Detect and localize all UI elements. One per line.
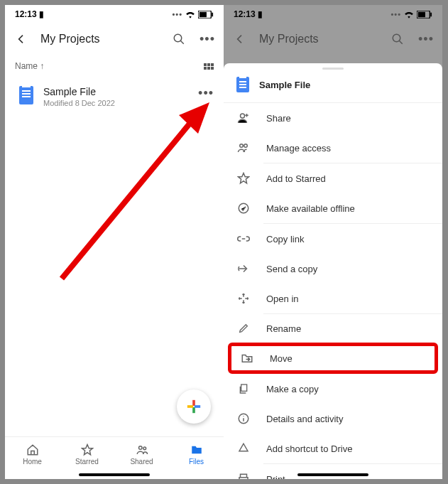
drive-shortcut-icon xyxy=(237,442,250,455)
menu-offline[interactable]: Make available offline xyxy=(224,193,442,223)
file-name: Sample File xyxy=(43,86,188,97)
nav-shared[interactable]: Shared xyxy=(114,437,169,472)
screenshot-right: 12:13 ▮ ••• My Projects ••• Sample File xyxy=(224,5,442,479)
home-indicator xyxy=(297,473,368,476)
file-meta: Modified 8 Dec 2022 xyxy=(43,99,188,107)
svg-point-17 xyxy=(240,144,244,148)
menu-send-copy[interactable]: Send a copy xyxy=(224,254,442,284)
svg-point-3 xyxy=(174,34,182,42)
search-icon xyxy=(173,33,185,45)
search-button[interactable] xyxy=(170,30,188,48)
menu-label: Details and activity xyxy=(266,414,343,424)
home-indicator xyxy=(79,473,150,476)
svg-line-4 xyxy=(62,115,197,279)
status-bar: 12:13 ▮ ••• xyxy=(224,5,442,23)
menu-label: Share xyxy=(266,113,291,124)
search-button xyxy=(388,30,407,48)
cell-dots-icon: ••• xyxy=(390,10,401,18)
menu-details[interactable]: Details and activity xyxy=(224,404,442,434)
sheet-header: Sample File xyxy=(224,70,442,103)
sort-label[interactable]: Name ↑ xyxy=(15,61,44,71)
nav-home-label: Home xyxy=(23,458,42,466)
grid-view-button[interactable] xyxy=(204,63,214,70)
menu-rename[interactable]: Rename xyxy=(224,314,442,343)
menu-label: Rename xyxy=(266,323,301,334)
folder-icon xyxy=(190,443,203,456)
bottom-sheet: Sample File Share Manage access Add to S… xyxy=(224,63,442,479)
svg-point-11 xyxy=(143,447,146,450)
pencil-icon xyxy=(238,323,249,334)
menu-print[interactable]: Print xyxy=(224,464,442,479)
nav-shared-label: Shared xyxy=(130,458,153,466)
folder-title: My Projects xyxy=(259,33,378,45)
fab-new[interactable] xyxy=(177,389,211,424)
svg-rect-6 xyxy=(192,400,195,406)
file-more-button[interactable]: ••• xyxy=(198,86,214,101)
menu-label: Send a copy xyxy=(266,264,317,274)
folder-title: My Projects xyxy=(40,33,160,45)
menu-manage-access[interactable]: Manage access xyxy=(224,133,442,163)
app-header: My Projects ••• xyxy=(5,23,224,55)
back-button[interactable] xyxy=(12,30,31,48)
menu-label: Open in xyxy=(266,294,299,304)
print-icon xyxy=(237,473,250,479)
bottom-nav: Home Starred Shared Files xyxy=(5,436,224,472)
menu-label: Print xyxy=(266,474,285,480)
cell-dots-icon: ••• xyxy=(172,10,182,18)
sheet-title: Sample File xyxy=(259,80,310,90)
person-add-icon xyxy=(237,112,250,124)
copy-icon xyxy=(238,382,249,395)
info-icon xyxy=(237,412,250,425)
status-time: 12:13 xyxy=(15,9,37,19)
svg-point-15 xyxy=(393,34,400,42)
app-header-dimmed: My Projects ••• xyxy=(224,23,442,55)
more-button: ••• xyxy=(417,30,435,48)
menu-copy-link[interactable]: Copy link xyxy=(224,224,442,254)
sim-icon: ▮ xyxy=(258,9,263,19)
plus-multicolor-icon xyxy=(186,399,202,414)
menu-add-starred[interactable]: Add to Starred xyxy=(224,163,442,193)
menu-open-in[interactable]: Open in xyxy=(224,284,442,313)
send-icon xyxy=(237,262,250,275)
star-icon xyxy=(237,172,250,185)
nav-starred[interactable]: Starred xyxy=(60,437,114,472)
status-time: 12:13 xyxy=(234,9,256,19)
more-horizontal-icon: ••• xyxy=(418,32,434,47)
wifi-icon xyxy=(185,10,195,18)
search-icon xyxy=(391,33,404,45)
battery-icon xyxy=(198,11,214,18)
link-icon xyxy=(237,232,250,245)
nav-files-label: Files xyxy=(189,458,204,466)
menu-make-copy[interactable]: Make a copy xyxy=(224,374,442,404)
annotation-arrow xyxy=(48,101,211,286)
more-button[interactable]: ••• xyxy=(198,30,217,48)
more-horizontal-icon: ••• xyxy=(200,32,215,47)
nav-starred-label: Starred xyxy=(75,458,99,466)
svg-rect-9 xyxy=(195,405,200,408)
wifi-icon xyxy=(404,10,414,18)
back-button xyxy=(231,30,249,48)
svg-rect-20 xyxy=(241,384,247,391)
google-doc-icon xyxy=(19,86,33,104)
status-bar: 12:13 ▮ ••• xyxy=(5,5,224,23)
home-icon xyxy=(26,443,39,456)
menu-share[interactable]: Share xyxy=(224,103,442,133)
nav-home[interactable]: Home xyxy=(5,437,60,472)
menu-add-shortcut[interactable]: Add shortcut to Drive xyxy=(224,434,442,463)
menu-move[interactable]: Move xyxy=(228,343,438,374)
svg-rect-7 xyxy=(192,407,195,413)
menu-label: Add to Starred xyxy=(266,173,326,184)
folder-move-icon xyxy=(241,352,253,365)
menu-label: Make available offline xyxy=(266,203,355,214)
menu-label: Add shortcut to Drive xyxy=(266,443,352,454)
people-icon xyxy=(237,141,250,154)
open-in-icon xyxy=(237,292,250,305)
svg-rect-1 xyxy=(200,11,207,16)
svg-point-16 xyxy=(241,114,245,118)
nav-files[interactable]: Files xyxy=(169,437,224,472)
file-row[interactable]: Sample File Modified 8 Dec 2022 ••• xyxy=(5,77,224,116)
sim-icon: ▮ xyxy=(39,9,44,19)
menu-label: Copy link xyxy=(266,234,304,244)
offline-icon xyxy=(237,202,250,215)
battery-icon xyxy=(417,11,432,18)
